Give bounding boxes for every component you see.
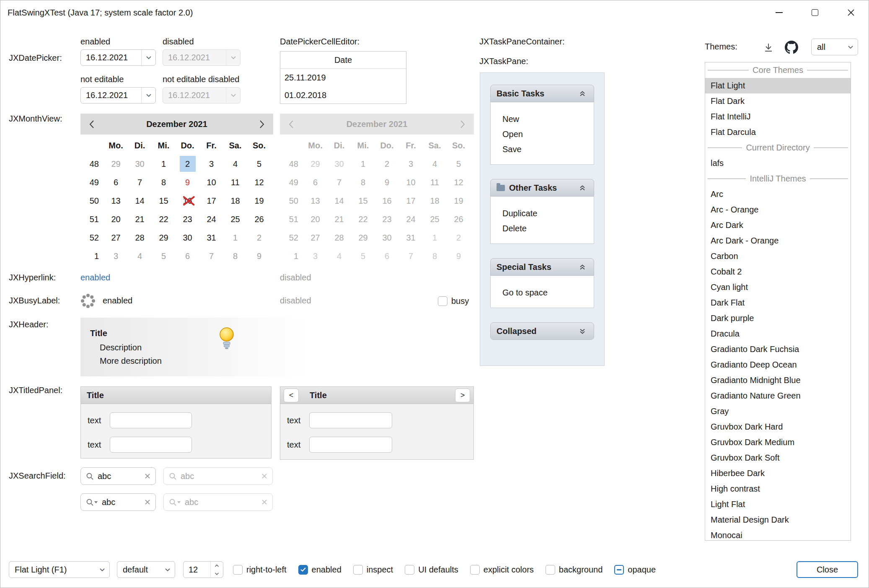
day-cell[interactable]: 6 [104,173,128,192]
day-cell[interactable]: 28 [128,228,152,247]
theme-item[interactable]: Flat Darcula [705,124,851,140]
font-size-spinner[interactable]: 12 [183,561,223,578]
day-cell[interactable]: 8 [152,173,176,192]
datepicker-enabled[interactable]: 16.12.2021 [80,49,156,66]
search-input[interactable]: abc [102,497,141,507]
day-cell[interactable]: 9 [176,173,199,192]
close-button[interactable]: Close [797,561,858,578]
text-input-3[interactable] [309,412,392,428]
day-cell[interactable]: 12 [247,173,271,192]
panel-left-button[interactable]: < [284,389,299,402]
task-link-save[interactable]: Save [502,142,594,157]
datepicker-not-editable[interactable]: 16.12.2021 [80,87,156,104]
day-cell[interactable]: 23 [176,210,199,228]
theme-item[interactable]: High contrast [705,481,851,497]
date-table-row[interactable]: 01.02.2018 [280,86,406,104]
day-cell[interactable]: 20 [104,210,128,228]
font-size-value[interactable]: 12 [184,562,210,578]
chevron-down-icon[interactable] [141,50,155,65]
checkbox-box[interactable] [405,565,414,575]
theme-item[interactable]: Gruvbox Dark Hard [705,419,851,435]
theme-item[interactable]: Monocai [705,528,851,541]
date-column-header[interactable]: Date [280,52,406,69]
day-cell[interactable]: 1 [152,155,176,173]
task-link-duplicate[interactable]: Duplicate [502,206,594,221]
collapse-icon[interactable] [577,262,588,272]
theme-item[interactable]: Light Flat [705,497,851,512]
search-input[interactable]: abc [98,471,141,481]
day-cell[interactable]: 17 [199,192,223,210]
task-link-delete[interactable]: Delete [502,221,594,236]
day-cell[interactable]: 7 [199,247,223,265]
busy-checkbox[interactable]: busy [438,296,469,306]
day-cell[interactable]: 30 [176,228,199,247]
chevron-down-icon[interactable] [141,88,155,103]
search-field-1[interactable]: abc [80,467,156,485]
day-cell[interactable]: 6 [176,247,199,265]
panel-right-button[interactable]: > [455,389,470,402]
day-cell[interactable]: 13 [104,192,128,210]
checkbox-right-to-left[interactable]: right-to-left [233,565,287,575]
theme-item[interactable]: Cobalt 2 [705,264,851,280]
day-cell[interactable]: 7 [128,173,152,192]
themes-list[interactable]: Core ThemesFlat LightFlat DarkFlat Intel… [705,62,851,541]
spinner-down-icon[interactable] [211,570,223,578]
day-cell[interactable]: 14 [128,192,152,210]
theme-item[interactable]: Arc [705,187,851,202]
taskpane-header-other-tasks[interactable]: Other Tasks [490,179,594,197]
day-cell[interactable]: 11 [223,173,247,192]
search-field-3[interactable]: abc [80,493,156,511]
day-cell[interactable]: 26 [247,210,271,228]
day-cell[interactable]: 15 [152,192,176,210]
day-cell[interactable]: 2 [176,155,199,173]
spinner-up-icon[interactable] [211,562,223,570]
day-cell[interactable]: 10 [199,173,223,192]
theme-item[interactable]: Material Design Dark [705,512,851,528]
datepicker-value[interactable]: 16.12.2021 [81,88,141,103]
day-cell[interactable]: 3 [199,155,223,173]
theme-item[interactable]: Gradianto Nature Green [705,388,851,404]
checkbox-inspect[interactable]: inspect [353,565,393,575]
minimize-button[interactable] [761,0,797,25]
day-cell[interactable]: 18 [223,192,247,210]
checkbox-opaque[interactable]: opaque [614,565,656,575]
day-cell[interactable]: 27 [104,228,128,247]
day-cell[interactable]: 29 [152,228,176,247]
collapse-icon[interactable] [577,182,588,193]
theme-combo[interactable]: Flat Light (F1) [9,561,110,578]
theme-item[interactable]: Gray [705,404,851,419]
day-cell[interactable]: 4 [223,155,247,173]
day-cell[interactable]: 1 [223,228,247,247]
checkbox-box[interactable] [353,565,363,575]
theme-item[interactable]: Flat Dark [705,93,851,109]
prev-month-button[interactable] [89,120,94,129]
date-table[interactable]: Date 25.11.201901.02.2018 [280,51,406,104]
theme-item[interactable]: lafs [705,155,851,171]
theme-item[interactable]: Arc Dark - Orange [705,233,851,249]
theme-item[interactable]: Dark Flat [705,295,851,311]
theme-item[interactable]: Hiberbee Dark [705,466,851,481]
day-cell[interactable]: 5 [152,247,176,265]
github-button[interactable] [784,39,799,55]
day-cell[interactable]: 30 [128,155,152,173]
day-cell[interactable]: 25 [223,210,247,228]
close-window-button[interactable] [833,0,869,25]
theme-item[interactable]: Gradianto Dark Fuchsia [705,342,851,357]
next-month-button[interactable] [259,120,265,129]
day-cell[interactable]: 22 [152,210,176,228]
day-cell[interactable]: 8 [223,247,247,265]
day-cell[interactable]: 21 [128,210,152,228]
text-input-2[interactable] [110,437,192,453]
day-cell[interactable]: 2 [247,228,271,247]
theme-filter-combo[interactable]: all [811,39,858,55]
datepicker-value[interactable]: 16.12.2021 [81,50,141,65]
day-cell[interactable]: 19 [247,192,271,210]
checkbox-box[interactable] [438,296,447,306]
task-link-go-to-space[interactable]: Go to space [502,285,594,300]
checkbox-box[interactable] [233,565,243,575]
theme-item[interactable]: Carbon [705,249,851,264]
text-input-4[interactable] [309,437,392,453]
theme-item[interactable]: Arc - Orange [705,202,851,218]
theme-item[interactable]: Arc Dark [705,218,851,233]
date-table-row[interactable]: 25.11.2019 [280,69,406,86]
